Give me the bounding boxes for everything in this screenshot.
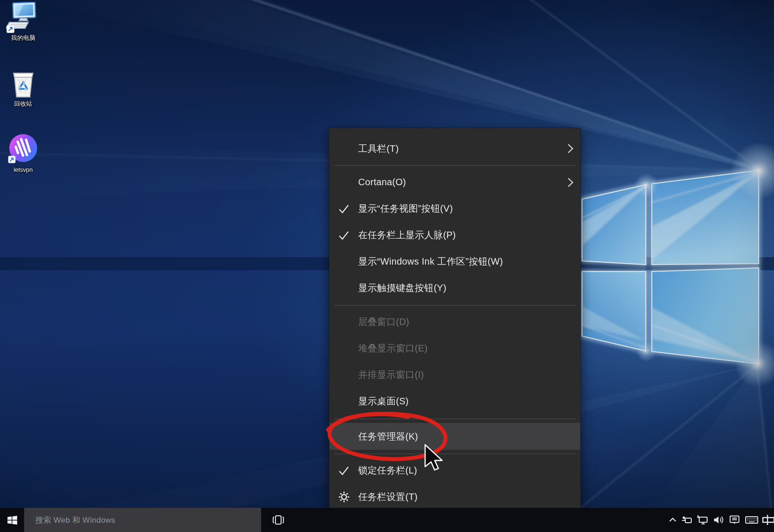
menu-item-label: 任务管理器(K) [358,430,418,443]
my-computer-icon [6,2,40,33]
menu-item-taskbar-settings[interactable]: 任务栏设置(T) [329,484,580,510]
menu-item-label: 并排显示窗口(I) [358,369,424,381]
taskbar-search-box[interactable]: 搜索 Web 和 Windows [24,508,261,532]
system-tray [666,508,771,532]
desktop-icon-letsvpn[interactable]: letsvpn [0,134,46,173]
menu-item-label: 显示桌面(S) [358,395,409,408]
network-icon[interactable] [695,508,711,532]
desktop-icon-label: 我的电脑 [11,35,35,41]
menu-item-stack-windows: 堆叠显示窗口(E) [329,335,580,362]
ime-icon[interactable] [761,508,774,532]
task-view-button[interactable] [268,508,289,532]
menu-item-label: 显示“任务视图”按钮(V) [358,202,453,215]
volume-icon[interactable] [711,508,727,532]
menu-item-cortana[interactable]: Cortana(O) [329,169,580,195]
menu-item-show-windows-ink[interactable]: 显示“Windows Ink 工作区”按钮(W) [329,248,580,275]
recycle-bin-icon [9,68,37,99]
desktop-icon-label: letsvpn [13,167,33,173]
menu-item-toolbars[interactable]: 工具栏(T) [329,136,580,162]
task-view-icon [272,515,285,525]
desktop-icon-label: 回收站 [14,101,33,107]
menu-item-lock-taskbar[interactable]: 锁定任务栏(L) [329,457,580,484]
menu-separator [329,415,580,423]
search-placeholder: 搜索 Web 和 Windows [35,515,115,526]
menu-item-label: 显示“Windows Ink 工作区”按钮(W) [358,255,503,268]
menu-item-label: Cortana(O) [358,177,406,188]
menu-item-side-by-side-windows: 并排显示窗口(I) [329,362,580,388]
action-center-icon[interactable] [727,508,742,532]
menu-item-show-people[interactable]: 在任务栏上显示人脉(P) [329,222,580,248]
chevron-right-icon [567,143,574,154]
chevron-right-icon [567,177,574,188]
touch-keyboard-icon[interactable] [742,508,761,532]
menu-item-label: 层叠窗口(D) [358,316,409,328]
windows-logo-icon [7,514,18,526]
menu-item-show-desktop[interactable]: 显示桌面(S) [329,388,580,415]
desktop: 我的电脑 回收站 [0,0,774,532]
menu-item-label: 锁定任务栏(L) [358,464,417,477]
taskbar-context-menu: 工具栏(T) Cortana(O) 显示“任务视图”按钮(V) 在任务栏上显示人… [329,128,581,520]
menu-item-label: 工具栏(T) [358,143,399,155]
menu-item-show-task-view-button[interactable]: 显示“任务视图”按钮(V) [329,195,580,222]
menu-separator [329,301,580,309]
usb-device-icon[interactable] [679,508,695,532]
menu-item-show-touch-keyboard[interactable]: 显示触摸键盘按钮(Y) [329,275,580,301]
menu-item-label: 堆叠显示窗口(E) [358,342,427,355]
menu-item-label: 在任务栏上显示人脉(P) [358,229,456,241]
gear-icon [337,491,351,503]
checkmark-icon [337,465,351,477]
start-button[interactable] [0,508,24,532]
menu-separator [329,450,580,457]
menu-item-cascade-windows: 层叠窗口(D) [329,309,580,335]
menu-item-label: 显示触摸键盘按钮(Y) [358,282,446,294]
desktop-icon-my-computer[interactable]: 我的电脑 [0,2,46,41]
letsvpn-icon [7,134,39,165]
checkmark-icon [337,229,351,241]
menu-separator [329,162,580,169]
taskbar: 搜索 Web 和 Windows [0,508,774,532]
hidden-icons-chevron[interactable] [666,508,679,532]
menu-item-task-manager[interactable]: 任务管理器(K) [329,423,580,450]
desktop-icon-recycle-bin[interactable]: 回收站 [0,68,46,107]
checkmark-icon [337,203,351,215]
menu-item-label: 任务栏设置(T) [358,491,418,503]
